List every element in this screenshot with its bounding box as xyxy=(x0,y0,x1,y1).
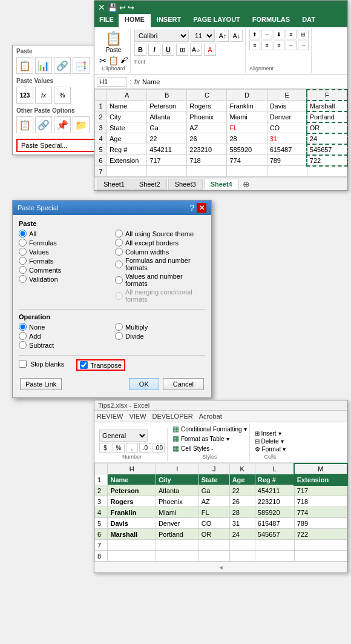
paste-val-btn-3[interactable]: % xyxy=(54,87,71,104)
conditional-formatting-btn[interactable]: ▦ Conditional Formatting ▾ xyxy=(172,425,247,433)
align-right-btn[interactable]: ≡ xyxy=(274,41,284,50)
paste-source-theme-radio[interactable] xyxy=(115,230,123,237)
col-f[interactable]: F xyxy=(307,90,347,101)
cell-e1[interactable]: Davis xyxy=(267,101,307,111)
cell-h8[interactable] xyxy=(108,551,156,562)
cell-reference[interactable] xyxy=(97,77,127,87)
indent-increase-btn[interactable]: → xyxy=(298,41,309,50)
menu-acrobat[interactable]: Acrobat xyxy=(199,411,222,422)
cell-c1[interactable]: Rogers xyxy=(187,101,227,111)
cell-a7[interactable] xyxy=(107,166,147,177)
wrap-text-btn[interactable]: ≡ xyxy=(286,30,297,39)
add-sheet-btn[interactable]: ⊕ xyxy=(243,179,250,189)
cell-d2[interactable]: Miami xyxy=(227,111,267,122)
cell-k6[interactable]: 24 xyxy=(229,529,255,540)
bottom-col-j[interactable]: J xyxy=(198,463,229,474)
cell-a6[interactable]: Extension xyxy=(107,155,147,166)
cell-e4[interactable]: 31 xyxy=(267,133,307,144)
cell-e7[interactable] xyxy=(267,166,307,177)
format-btn[interactable]: ⚙ Format ▾ xyxy=(255,446,286,453)
paste-formulas-radio[interactable] xyxy=(19,239,27,247)
cell-m3[interactable]: 718 xyxy=(294,496,347,507)
op-radio-subtract[interactable]: Subtract xyxy=(19,341,109,349)
decimal-decrease-btn[interactable]: .00 xyxy=(153,443,165,453)
cell-j4[interactable]: FL xyxy=(198,507,229,518)
cell-h2[interactable]: Peterson xyxy=(108,485,156,496)
cell-k8[interactable] xyxy=(229,551,255,562)
font-name-select[interactable]: Calibri xyxy=(134,30,189,42)
paste-values-radio[interactable] xyxy=(19,248,27,256)
bottom-col-m[interactable]: M xyxy=(294,463,347,474)
paste-special-button[interactable]: Paste Special... xyxy=(16,139,105,152)
col-d[interactable]: D xyxy=(227,90,267,101)
tab-data[interactable]: DAT xyxy=(296,14,321,27)
cell-i7[interactable] xyxy=(156,540,198,551)
col-c[interactable]: C xyxy=(187,90,227,101)
cell-c5[interactable]: 223210 xyxy=(187,144,227,155)
save-icon[interactable]: 💾 xyxy=(108,3,117,12)
cell-f7[interactable] xyxy=(307,166,347,177)
cell-j6[interactable]: OR xyxy=(198,529,229,540)
cell-k3[interactable]: 26 xyxy=(229,496,255,507)
col-b[interactable]: B xyxy=(147,90,187,101)
paste-val-btn-1[interactable]: 123 xyxy=(16,87,33,104)
paste-radio-validation[interactable]: Validation xyxy=(19,275,109,283)
cell-d3[interactable]: FL xyxy=(227,122,267,133)
op-radio-none[interactable]: None xyxy=(19,323,109,331)
cell-b7[interactable] xyxy=(147,166,187,177)
cell-a2[interactable]: City xyxy=(107,111,147,122)
copy-icon[interactable]: 📋 xyxy=(108,56,119,65)
paste-val-btn-2[interactable]: fx xyxy=(35,87,52,104)
bottom-scrollbar[interactable]: ◄ xyxy=(94,562,347,573)
cell-l7[interactable] xyxy=(255,540,294,551)
cell-e2[interactable]: Denver xyxy=(267,111,307,122)
align-center-btn[interactable]: ≡ xyxy=(261,41,272,50)
cell-m8[interactable] xyxy=(294,551,347,562)
format-painter-icon[interactable]: 🖌 xyxy=(120,56,128,65)
cell-a1[interactable]: Name xyxy=(107,101,147,111)
other-btn-4[interactable]: 📁 xyxy=(73,116,90,133)
cell-i5[interactable]: Denver xyxy=(156,518,198,529)
tab-home[interactable]: HOME xyxy=(119,14,151,27)
indent-decrease-btn[interactable]: ← xyxy=(286,41,297,50)
cell-h1[interactable]: Name xyxy=(108,474,156,485)
cell-e3[interactable]: CO xyxy=(267,122,307,133)
sheet-tab-1[interactable]: Sheet1 xyxy=(97,179,131,190)
paste-except-borders-radio[interactable] xyxy=(115,239,123,247)
paste-radio-formulas[interactable]: Formulas xyxy=(19,239,109,247)
paste-merging-radio[interactable] xyxy=(115,292,123,300)
cell-b6[interactable]: 717 xyxy=(147,155,187,166)
align-middle-btn[interactable]: ↔ xyxy=(261,30,272,39)
cell-d4[interactable]: 28 xyxy=(227,133,267,144)
tab-page-layout[interactable]: PAGE LAYOUT xyxy=(187,14,246,27)
cell-b5[interactable]: 454211 xyxy=(147,144,187,155)
paste-values-num-radio[interactable] xyxy=(115,276,123,284)
cell-d1[interactable]: Franklin xyxy=(227,101,267,111)
cell-j1[interactable]: State xyxy=(198,474,229,485)
paste-comments-radio[interactable] xyxy=(19,266,27,274)
cell-c2[interactable]: Phoenix xyxy=(187,111,227,122)
op-add-radio[interactable] xyxy=(19,332,27,340)
cell-h6[interactable]: Marshall xyxy=(108,529,156,540)
cell-d6[interactable]: 774 xyxy=(227,155,267,166)
sheet-tab-3[interactable]: Sheet3 xyxy=(168,179,203,190)
border-btn[interactable]: ⊞ xyxy=(176,44,188,56)
currency-btn[interactable]: $ xyxy=(99,443,111,453)
op-multiply-radio[interactable] xyxy=(115,323,123,331)
bold-btn[interactable]: B xyxy=(134,44,146,56)
paste-radio-formulas-number[interactable]: Formulas and number formats xyxy=(115,257,205,271)
op-radio-multiply[interactable]: Multiply xyxy=(115,323,205,331)
paste-btn-2[interactable]: 📊 xyxy=(35,57,52,74)
cell-a5[interactable]: Reg # xyxy=(107,144,147,155)
cell-e6[interactable]: 789 xyxy=(267,155,307,166)
cell-f5[interactable]: 545657 xyxy=(307,144,347,155)
cell-f1[interactable]: Marshall xyxy=(307,101,347,111)
cell-l4[interactable]: 585920 xyxy=(255,507,294,518)
op-divide-radio[interactable] xyxy=(115,332,123,340)
cell-e5[interactable]: 615487 xyxy=(267,144,307,155)
font-color-btn[interactable]: A xyxy=(204,44,216,56)
menu-review[interactable]: REVIEW xyxy=(97,411,123,422)
op-radio-add[interactable]: Add xyxy=(19,332,109,340)
underline-btn[interactable]: U xyxy=(162,44,174,56)
cell-b3[interactable]: Ga xyxy=(147,122,187,133)
